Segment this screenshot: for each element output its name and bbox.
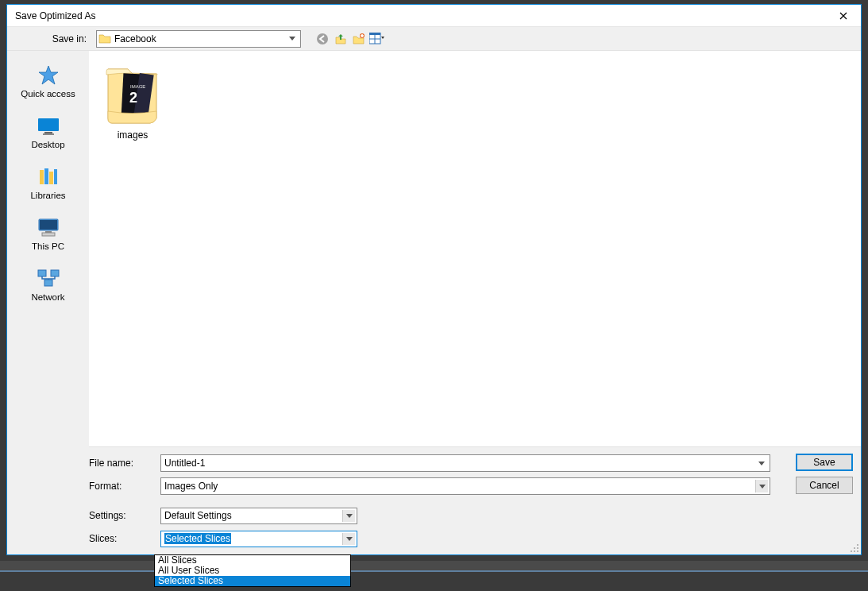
folder-icon: [98, 33, 111, 45]
svg-rect-13: [49, 172, 53, 184]
svg-rect-11: [40, 170, 44, 184]
chevron-down-icon: [755, 480, 768, 492]
places-label: Libraries: [30, 191, 65, 200]
svg-rect-5: [369, 33, 380, 35]
places-label: This PC: [32, 241, 64, 251]
savein-label: Save in:: [42, 33, 87, 44]
savein-value: Facebook: [114, 33, 285, 44]
up-one-level-button[interactable]: [332, 30, 349, 48]
svg-rect-21: [44, 280, 52, 286]
places-quick-access[interactable]: Quick access: [13, 60, 84, 102]
slices-label: Slices:: [89, 533, 160, 544]
folder-badge-text: 2: [129, 90, 137, 106]
svg-point-27: [857, 547, 858, 549]
folder-thumb-icon: IMAGE 2: [101, 59, 164, 126]
places-libraries[interactable]: Libraries: [13, 162, 84, 203]
slices-dropdown[interactable]: Selected Slices: [160, 531, 357, 547]
filename-value: Untitled-1: [164, 458, 205, 469]
places-this-pc[interactable]: This PC: [13, 213, 84, 254]
titlebar: Save Optimized As: [7, 5, 861, 27]
close-button[interactable]: [826, 5, 861, 27]
chevron-down-icon: [285, 31, 299, 47]
slices-option-selected[interactable]: Selected Slices: [155, 576, 350, 586]
back-arrow-icon: [315, 32, 330, 46]
new-folder-button[interactable]: [350, 30, 368, 48]
svg-text:IMAGE: IMAGE: [130, 84, 145, 89]
svg-point-25: [857, 544, 858, 546]
svg-point-28: [851, 550, 852, 552]
toolbar: Save in: Facebook: [7, 27, 861, 51]
resize-grip-icon[interactable]: [850, 543, 859, 553]
settings-dropdown[interactable]: Default Settings: [160, 508, 357, 524]
save-dialog: Save Optimized As Save in: Facebook: [6, 4, 862, 555]
window-title: Save Optimized As: [15, 10, 95, 21]
up-folder-icon: [334, 33, 347, 45]
svg-point-30: [857, 550, 858, 552]
toolbar-icons: [314, 30, 386, 48]
places-network[interactable]: Network: [13, 264, 84, 305]
folder-label: images: [118, 129, 149, 141]
svg-point-29: [854, 550, 855, 552]
places-label: Desktop: [31, 140, 64, 149]
network-icon: [34, 267, 63, 291]
svg-rect-12: [44, 168, 48, 184]
dialog-body: Quick access Desktop Libraries This PC: [7, 51, 861, 554]
places-sidebar: Quick access Desktop Libraries This PC: [7, 51, 89, 554]
file-list-area[interactable]: IMAGE 2 images: [89, 51, 861, 446]
folder-item-images[interactable]: IMAGE 2 images: [97, 59, 168, 141]
places-label: Network: [31, 292, 64, 302]
chevron-down-icon: [342, 510, 355, 522]
savein-dropdown[interactable]: Facebook: [96, 30, 301, 48]
format-value: Images Only: [164, 481, 218, 492]
svg-rect-9: [44, 132, 52, 133]
svg-rect-8: [38, 118, 59, 131]
svg-rect-20: [51, 270, 59, 276]
chevron-down-icon: [755, 457, 768, 469]
svg-rect-14: [54, 169, 57, 184]
svg-point-0: [317, 33, 328, 44]
cancel-button[interactable]: Cancel: [796, 477, 853, 494]
new-folder-icon: [353, 33, 365, 45]
bottom-panel: File name: Untitled-1 Format: Images Onl…: [89, 446, 861, 554]
libraries-icon: [34, 165, 63, 189]
svg-rect-3: [361, 35, 364, 37]
slices-value: Selected Slices: [164, 533, 231, 544]
settings-value: Default Settings: [164, 510, 232, 521]
svg-rect-19: [38, 270, 46, 276]
svg-rect-18: [42, 233, 55, 236]
filename-label: File name:: [89, 458, 160, 469]
filename-input[interactable]: Untitled-1: [160, 454, 770, 472]
svg-rect-16: [40, 220, 57, 230]
this-pc-icon: [34, 216, 63, 240]
quick-access-icon: [34, 64, 63, 87]
svg-point-26: [854, 547, 855, 549]
save-button[interactable]: Save: [796, 454, 853, 471]
close-icon: [839, 12, 847, 20]
svg-rect-10: [43, 133, 54, 135]
cancel-button-label: Cancel: [809, 480, 839, 491]
desktop-icon: [34, 114, 63, 138]
view-icon: [369, 33, 385, 45]
app-below-bar: [0, 561, 868, 572]
slices-dropdown-list[interactable]: All Slices All User Slices Selected Slic…: [154, 554, 351, 587]
places-desktop[interactable]: Desktop: [13, 111, 84, 153]
back-button[interactable]: [314, 30, 331, 48]
save-button-label: Save: [813, 457, 835, 468]
format-dropdown[interactable]: Images Only: [160, 477, 770, 495]
places-label: Quick access: [21, 89, 75, 98]
format-label: Format:: [89, 481, 160, 492]
settings-label: Settings:: [89, 510, 160, 521]
chevron-down-icon: [342, 533, 355, 545]
main-panel: IMAGE 2 images File name: Untitled-: [89, 51, 861, 554]
view-menu-button[interactable]: [368, 30, 386, 48]
